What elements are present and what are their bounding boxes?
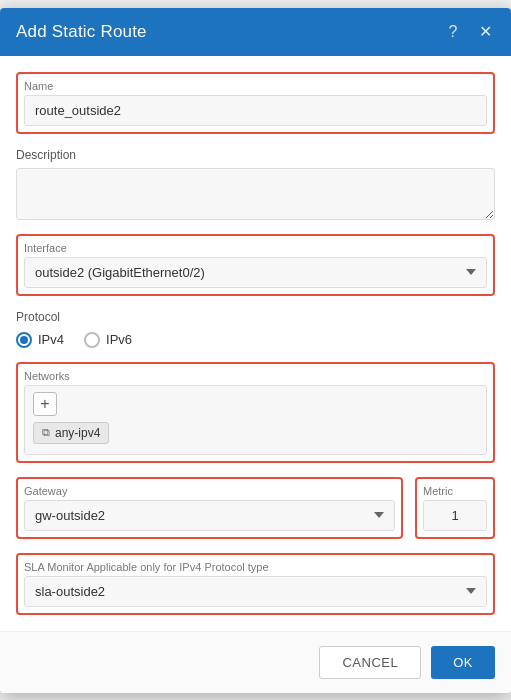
help-icon[interactable]: ? (443, 22, 463, 42)
description-label: Description (16, 148, 495, 162)
sla-monitor-label: SLA Monitor Applicable only for IPv4 Pro… (24, 561, 487, 573)
networks-field-wrapper: Networks + ⧉ any-ipv4 (16, 362, 495, 463)
name-label: Name (24, 80, 487, 92)
ipv6-label: IPv6 (106, 332, 132, 347)
name-input[interactable] (24, 95, 487, 126)
header-icons: ? ✕ (443, 22, 495, 42)
sla-monitor-select[interactable]: sla-outside2 (24, 576, 487, 607)
description-field-group: Description (16, 148, 495, 220)
metric-field-wrapper: Metric (415, 477, 495, 539)
interface-field-wrapper: Interface outside2 (GigabitEthernet0/2) (16, 234, 495, 296)
ok-button[interactable]: OK (431, 646, 495, 679)
gateway-field-wrapper: Gateway gw-outside2 (16, 477, 403, 539)
gateway-select[interactable]: gw-outside2 (24, 500, 395, 531)
metric-label: Metric (423, 485, 487, 497)
gateway-metric-row: Gateway gw-outside2 Metric (16, 477, 495, 539)
interface-select[interactable]: outside2 (GigabitEthernet0/2) (24, 257, 487, 288)
networks-label: Networks (24, 370, 487, 382)
protocol-row: IPv4 IPv6 (16, 332, 495, 348)
dialog-header: Add Static Route ? ✕ (0, 8, 511, 56)
ipv6-radio-circle (84, 332, 100, 348)
network-tag-label: any-ipv4 (55, 426, 100, 440)
dialog-title: Add Static Route (16, 22, 147, 42)
description-input[interactable] (16, 168, 495, 220)
ipv6-radio-option[interactable]: IPv6 (84, 332, 132, 348)
network-tag: ⧉ any-ipv4 (33, 422, 109, 444)
sla-monitor-field-wrapper: SLA Monitor Applicable only for IPv4 Pro… (16, 553, 495, 615)
name-field-wrapper: Name (16, 72, 495, 134)
ipv4-radio-circle (16, 332, 32, 348)
gateway-label: Gateway (24, 485, 395, 497)
cancel-button[interactable]: CANCEL (319, 646, 421, 679)
interface-label: Interface (24, 242, 487, 254)
close-icon[interactable]: ✕ (475, 22, 495, 42)
protocol-label: Protocol (16, 310, 495, 324)
sla-monitor-sub-note: Applicable only for IPv4 Protocol type (86, 561, 268, 573)
networks-box: + ⧉ any-ipv4 (24, 385, 487, 455)
ipv4-label: IPv4 (38, 332, 64, 347)
protocol-field-group: Protocol IPv4 IPv6 (16, 310, 495, 348)
network-tag-icon: ⧉ (42, 426, 50, 439)
add-static-route-dialog: Add Static Route ? ✕ Name Description In… (0, 8, 511, 693)
networks-add-button[interactable]: + (33, 392, 57, 416)
metric-input[interactable] (423, 500, 487, 531)
ipv4-radio-option[interactable]: IPv4 (16, 332, 64, 348)
dialog-body: Name Description Interface outside2 (Gig… (0, 56, 511, 631)
dialog-footer: CANCEL OK (0, 631, 511, 693)
